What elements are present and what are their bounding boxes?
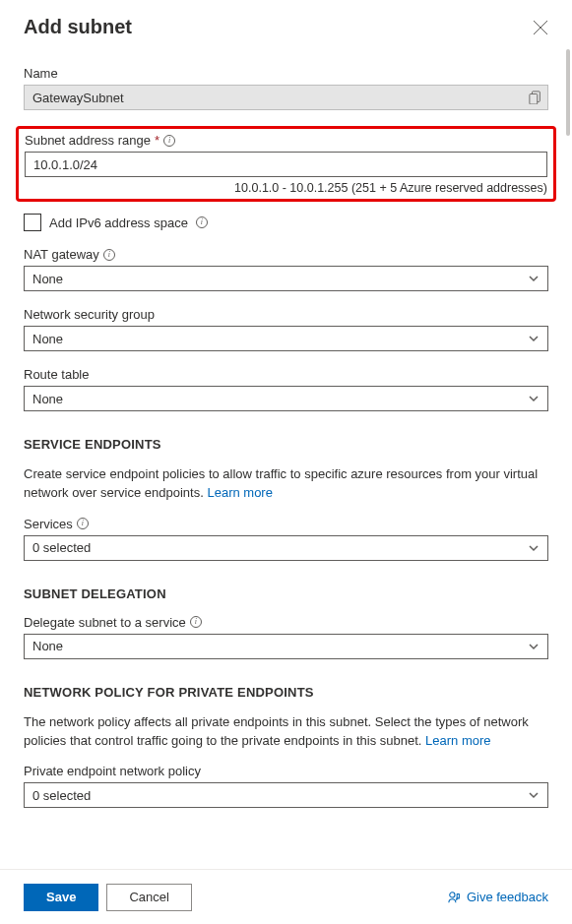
chevron-down-icon [528,393,540,404]
nat-gateway-select[interactable]: None [24,266,548,291]
services-label: Services [24,517,73,531]
info-icon[interactable]: i [77,518,89,529]
save-button[interactable]: Save [24,884,98,911]
service-endpoints-header: SERVICE ENDPOINTS [24,437,548,452]
ipv6-checkbox[interactable] [24,214,41,231]
services-value: 0 selected [32,540,91,555]
ipv6-checkbox-label: Add IPv6 address space [49,216,188,230]
nsg-label: Network security group [24,307,155,322]
footer: Save Cancel Give feedback [0,869,572,924]
subnet-delegation-header: SUBNET DELEGATION [24,586,548,601]
chevron-down-icon [528,641,540,652]
nat-gateway-label: NAT gateway [24,247,99,262]
info-icon[interactable]: i [163,135,175,147]
name-label: Name [24,66,58,81]
policy-value: 0 selected [32,788,91,803]
page-title: Add subnet [24,16,132,38]
feedback-label: Give feedback [467,890,548,904]
route-table-value: None [32,392,63,406]
close-icon[interactable] [533,20,548,35]
required-asterisk: * [155,133,159,148]
scrollbar[interactable] [566,49,570,136]
subnet-range-label: Subnet address range [25,133,151,148]
nsg-select[interactable]: None [24,326,548,351]
nat-gateway-value: None [32,272,63,286]
info-icon[interactable]: i [190,616,202,628]
delegation-select[interactable]: None [24,634,548,659]
network-policy-header: NETWORK POLICY FOR PRIVATE ENDPOINTS [24,685,548,700]
policy-label: Private endpoint network policy [24,764,201,778]
copy-icon[interactable] [529,91,542,104]
subnet-range-hint: 10.0.1.0 - 10.0.1.255 (251 + 5 Azure res… [25,181,547,195]
service-endpoints-desc: Create service endpoint policies to allo… [24,465,548,503]
feedback-icon [448,891,462,904]
cancel-button[interactable]: Cancel [106,884,191,911]
learn-more-link[interactable]: Learn more [425,733,490,748]
chevron-down-icon [528,273,540,284]
network-policy-desc: The network policy affects all private e… [24,713,548,751]
delegation-label: Delegate subnet to a service [24,615,186,630]
nsg-value: None [32,332,63,346]
subnet-range-input[interactable] [25,152,547,177]
name-input[interactable] [24,85,548,110]
info-icon[interactable]: i [196,216,208,228]
info-icon[interactable]: i [103,249,115,261]
route-table-label: Route table [24,367,90,382]
svg-point-4 [450,892,455,896]
policy-select[interactable]: 0 selected [24,782,548,808]
chevron-down-icon [528,542,540,554]
delegation-value: None [32,639,63,653]
chevron-down-icon [528,333,540,344]
chevron-down-icon [528,789,540,801]
give-feedback-link[interactable]: Give feedback [448,890,548,904]
services-select[interactable]: 0 selected [24,535,548,561]
svg-rect-3 [530,94,538,105]
learn-more-link[interactable]: Learn more [207,485,272,500]
subnet-range-highlight: Subnet address range * i 10.0.1.0 - 10.0… [16,126,556,202]
route-table-select[interactable]: None [24,386,548,411]
